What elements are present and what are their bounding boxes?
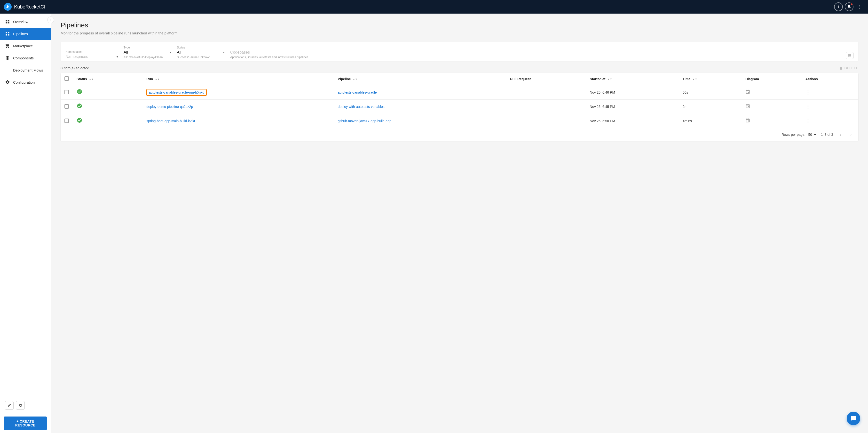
actions-col-label: Actions [805, 77, 818, 81]
row2-diagram-icon[interactable] [745, 105, 750, 110]
sidebar-nav: Overview Pipelines Marketplace [0, 13, 51, 397]
chat-fab-button[interactable] [847, 412, 860, 425]
filters-row: Namespaces Namespaces ▼ Type All ▼ All/R… [65, 46, 854, 61]
brand-icon [4, 3, 12, 11]
row3-diagram-icon[interactable] [745, 119, 750, 124]
row3-actions-menu[interactable]: ⋮ [805, 118, 810, 124]
row1-actions[interactable]: ⋮ [802, 85, 858, 99]
sidebar-item-overview[interactable]: Overview [0, 16, 51, 28]
delete-button[interactable]: DELETE [839, 66, 858, 70]
status-sort-icon[interactable]: ▲▼ [89, 78, 94, 81]
create-resource-button[interactable]: + CREATE RESOURCE [4, 416, 47, 430]
row1-pipeline[interactable]: autotests-variables-gradle [334, 85, 506, 99]
time-sort-icon[interactable]: ▲▼ [692, 78, 697, 81]
prev-page-button[interactable]: ‹ [837, 131, 844, 138]
svg-rect-2 [6, 34, 7, 36]
overview-icon [5, 19, 10, 24]
row1-status-icon [76, 90, 83, 96]
run-sort-icon[interactable]: ▲▼ [155, 78, 160, 81]
edit-icon-button[interactable] [5, 401, 13, 410]
pipelines-icon [5, 31, 10, 36]
row1-checkbox-cell[interactable] [61, 85, 73, 99]
row1-started-at: Nov 25, 6:46 PM [586, 85, 679, 99]
row2-pull-request [506, 99, 586, 114]
namespace-label: Namespaces [65, 50, 119, 54]
sidebar-item-label-overview: Overview [13, 20, 28, 24]
sidebar-item-deployment-flows[interactable]: Deployment Flows [0, 64, 51, 76]
namespace-filter: Namespaces Namespaces ▼ [65, 50, 119, 61]
run-col-label: Run [146, 77, 153, 81]
info-button[interactable]: i [834, 2, 843, 11]
row2-diagram[interactable] [742, 99, 802, 114]
row3-run-link[interactable]: spring-boot-app-main-build-kvtkr [146, 119, 195, 123]
row1-run-link[interactable]: autotests-variables-gradle-run-h5nkd [146, 89, 207, 96]
row3-pipeline-link[interactable]: github-maven-java17-app-build-edp [338, 119, 391, 123]
pipeline-col-label: Pipeline [338, 77, 351, 81]
type-label: Type [124, 46, 172, 49]
time-col-label: Time [683, 77, 690, 81]
namespace-value: Namespaces [65, 55, 88, 59]
table-head: Status ▲▼ Run ▲▼ Pipeline ▲▼ Pull Requ [61, 73, 858, 85]
row2-status [73, 99, 143, 114]
row3-diagram[interactable] [742, 114, 802, 128]
row2-run[interactable]: deploy-demo-pipeline-qa2qz2p [143, 99, 334, 114]
pipeline-table: Status ▲▼ Run ▲▼ Pipeline ▲▼ Pull Requ [61, 73, 858, 141]
row2-checkbox[interactable] [64, 104, 69, 109]
row1-status [73, 85, 143, 99]
row3-run[interactable]: spring-boot-app-main-build-kvtkr [143, 114, 334, 128]
sidebar-item-components[interactable]: Components [0, 52, 51, 64]
sidebar-item-pipelines[interactable]: Pipelines [0, 28, 51, 40]
header-actions: Actions [802, 73, 858, 85]
header-pull-request: Pull Request [506, 73, 586, 85]
rows-per-page-label: Rows per page: [781, 133, 805, 137]
pipeline-sort-icon[interactable]: ▲▼ [352, 78, 358, 81]
row2-actions-menu[interactable]: ⋮ [805, 104, 810, 109]
row1-diagram[interactable] [742, 85, 802, 99]
components-icon [5, 55, 10, 61]
row1-diagram-icon[interactable] [745, 90, 750, 95]
page-subtitle: Monitor the progress of overall pipeline… [61, 31, 858, 35]
row2-run-link[interactable]: deploy-demo-pipeline-qa2qz2p [146, 105, 193, 109]
row3-pipeline[interactable]: github-maven-java17-app-build-edp [334, 114, 506, 128]
row1-checkbox[interactable] [64, 90, 69, 94]
header-select-all[interactable] [61, 73, 73, 85]
row2-actions[interactable]: ⋮ [802, 99, 858, 114]
row1-run[interactable]: autotests-variables-gradle-run-h5nkd [143, 85, 334, 99]
header-run: Run ▲▼ [143, 73, 334, 85]
items-selected-text: 0 item(s) selected [61, 66, 89, 70]
configuration-icon [5, 80, 10, 85]
row3-checkbox[interactable] [64, 119, 69, 123]
header-pipeline: Pipeline ▲▼ [334, 73, 506, 85]
sidebar-collapse-button[interactable]: ‹ [47, 17, 54, 23]
row2-pipeline[interactable]: deploy-with-autotests-variables [334, 99, 506, 114]
svg-rect-1 [8, 32, 9, 33]
sidebar-item-label-configuration: Configuration [13, 80, 35, 84]
table-header-row: Status ▲▼ Run ▲▼ Pipeline ▲▼ Pull Requ [61, 73, 858, 85]
row3-checkbox-cell[interactable] [61, 114, 73, 128]
diagram-col-label: Diagram [745, 77, 759, 81]
type-hint: All/Review/Build/Deploy/Clean [124, 56, 172, 59]
sidebar-bottom [0, 397, 51, 413]
sidebar-item-configuration[interactable]: Configuration [0, 76, 51, 88]
row1-actions-menu[interactable]: ⋮ [805, 90, 810, 95]
row2-checkbox-cell[interactable] [61, 99, 73, 114]
items-selected-row: 0 item(s) selected DELETE [61, 63, 858, 73]
rows-per-page-select[interactable]: 50 25 10 [807, 133, 817, 137]
row2-pipeline-link[interactable]: deploy-with-autotests-variables [338, 105, 384, 109]
app-name: KubeRocketCI [14, 4, 45, 10]
notifications-button[interactable] [845, 2, 854, 11]
status-dropdown-icon: ▼ [222, 51, 225, 54]
row1-pipeline-link[interactable]: autotests-variables-gradle [338, 90, 377, 94]
header-time: Time ▲▼ [679, 73, 742, 85]
select-all-checkbox[interactable] [64, 76, 69, 81]
more-button[interactable]: ⋮ [856, 2, 864, 11]
codebases-filter: Codebases Applications, libraries, autot… [230, 50, 854, 61]
next-page-button[interactable]: › [848, 131, 855, 138]
row3-status-icon [76, 118, 83, 124]
table-row: autotests-variables-gradle-run-h5nkd aut… [61, 85, 858, 99]
started-at-sort-icon[interactable]: ▲▼ [607, 78, 612, 81]
table-row: deploy-demo-pipeline-qa2qz2p deploy-with… [61, 99, 858, 114]
row3-actions[interactable]: ⋮ [802, 114, 858, 128]
gear-icon-button[interactable] [16, 401, 25, 410]
sidebar-item-marketplace[interactable]: Marketplace [0, 40, 51, 52]
